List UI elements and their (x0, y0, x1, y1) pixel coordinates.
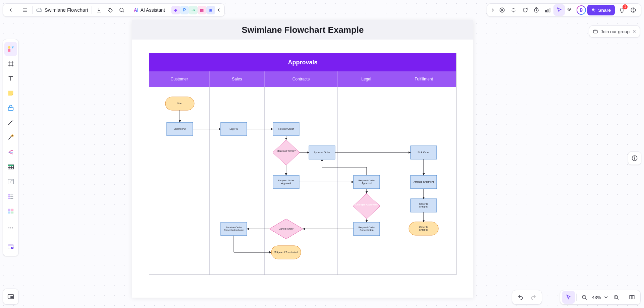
back-button[interactable] (5, 4, 16, 16)
col-customer[interactable]: Customer (149, 71, 210, 87)
select-mode-button[interactable] (562, 291, 575, 304)
svg-rect-70 (8, 211, 10, 213)
svg-rect-69 (11, 209, 13, 211)
ai-label: AI Assistant (141, 7, 165, 13)
svg-rect-43 (546, 10, 547, 12)
zoom-out-button[interactable] (578, 291, 591, 304)
share-icon (591, 8, 596, 12)
notification-badge: 1 (623, 4, 628, 9)
view-cluster: 43% (560, 290, 641, 305)
plugin-e[interactable]: ▦ (198, 6, 206, 14)
plugin-user[interactable]: ◆ (171, 6, 180, 14)
svg-line-86 (585, 298, 587, 300)
present-button[interactable] (496, 4, 508, 16)
svg-point-46 (593, 9, 594, 10)
dashboard-button[interactable] (542, 4, 553, 16)
history-cluster (512, 290, 542, 305)
svg-marker-50 (12, 47, 14, 49)
ai-icon: AI (134, 7, 139, 13)
svg-point-73 (10, 228, 11, 229)
svg-rect-93 (632, 296, 634, 299)
svg-rect-45 (549, 8, 550, 12)
svg-point-38 (120, 8, 123, 12)
tag-button[interactable] (105, 4, 116, 16)
tool-connector[interactable] (4, 116, 17, 130)
tool-templates[interactable]: b (4, 239, 17, 253)
cloud-icon (36, 7, 42, 13)
svg-rect-92 (630, 296, 632, 299)
redo-button[interactable] (527, 291, 540, 304)
document-title-text: Swimlane Flowchart (45, 7, 88, 13)
document-page[interactable]: Swimlane Flowchart Example Approvals Cus… (132, 20, 473, 298)
svg-rect-49 (8, 49, 10, 52)
tool-list[interactable] (4, 189, 17, 203)
panel-expand[interactable] (489, 4, 496, 16)
tool-text-block[interactable]: T (4, 175, 17, 189)
svg-point-74 (12, 228, 13, 229)
col-fulfillment[interactable]: Fulfillment (395, 71, 452, 87)
svg-rect-81 (593, 30, 597, 33)
svg-rect-68 (8, 209, 10, 211)
pages-button[interactable] (626, 291, 638, 304)
tool-frame[interactable] (4, 57, 17, 71)
search-button[interactable] (116, 4, 127, 16)
help-button[interactable] (628, 4, 639, 16)
col-sales[interactable]: Sales (210, 71, 265, 87)
tool-basic-shape[interactable] (4, 101, 17, 115)
ai-assistant-button[interactable]: AI AI Assistant (130, 4, 168, 16)
download-button[interactable] (93, 4, 105, 16)
plugin-collapse[interactable] (215, 4, 222, 16)
sparkle-button[interactable] (508, 4, 519, 16)
join-group-text: Join our group (601, 29, 630, 34)
svg-line-39 (123, 11, 124, 12)
join-group-chip[interactable]: Join our group ✕ (589, 25, 640, 38)
svg-rect-71 (11, 211, 13, 213)
plugin-connector[interactable]: ⇢ (189, 6, 198, 14)
zoom-menu-button[interactable] (602, 291, 610, 304)
notifications-button[interactable]: 1 (616, 4, 628, 16)
swimlane-column-headers: Customer Sales Contracts Legal Fulfillme… (149, 71, 456, 87)
svg-rect-66 (8, 198, 10, 199)
tool-text[interactable] (4, 71, 17, 85)
svg-rect-80 (11, 297, 13, 298)
plugin-comment[interactable]: ▣ (206, 6, 215, 14)
close-icon[interactable]: ✕ (632, 29, 636, 34)
topbar-left: Swimlane Flowchart AI AI Assistant ◆ P ⇢… (3, 3, 225, 17)
svg-point-51 (8, 46, 10, 49)
share-button[interactable]: Share (587, 5, 615, 15)
minimap-button[interactable] (3, 289, 19, 305)
tool-pen[interactable] (4, 130, 17, 144)
svg-rect-44 (547, 9, 548, 12)
swimlane-title[interactable]: Approvals (149, 53, 456, 71)
svg-point-37 (109, 9, 109, 9)
undo-button[interactable] (514, 291, 527, 304)
swimlane-body[interactable] (149, 87, 456, 274)
zoom-in-button[interactable] (610, 291, 623, 304)
cursor-mode-button[interactable] (553, 4, 565, 16)
svg-text:T: T (9, 180, 11, 184)
page-title: Swimlane Flowchart Example (132, 20, 473, 40)
more-button[interactable] (565, 4, 574, 16)
tool-card-grid[interactable] (4, 204, 17, 218)
document-title[interactable]: Swimlane Flowchart (34, 7, 90, 13)
brand-logo[interactable] (577, 5, 586, 15)
comment-button[interactable] (519, 4, 531, 16)
tool-more[interactable] (4, 221, 17, 235)
tool-shapes[interactable] (4, 42, 17, 56)
plugin-p[interactable]: P (180, 6, 189, 14)
tool-mindmap[interactable] (4, 145, 17, 159)
tool-sticky[interactable] (4, 86, 17, 100)
tool-table[interactable] (4, 160, 17, 174)
menu-button[interactable] (19, 4, 31, 16)
svg-rect-62 (8, 194, 10, 196)
swimlane-container[interactable]: Approvals Customer Sales Contracts Legal… (149, 53, 457, 275)
timer-button[interactable] (531, 4, 542, 16)
svg-rect-76 (8, 245, 14, 246)
col-contracts[interactable]: Contracts (265, 71, 338, 87)
info-button[interactable] (628, 151, 641, 165)
svg-point-72 (8, 228, 9, 229)
col-legal[interactable]: Legal (338, 71, 395, 87)
zoom-value[interactable]: 43% (591, 295, 602, 300)
svg-line-89 (617, 298, 619, 300)
svg-rect-64 (8, 196, 10, 197)
